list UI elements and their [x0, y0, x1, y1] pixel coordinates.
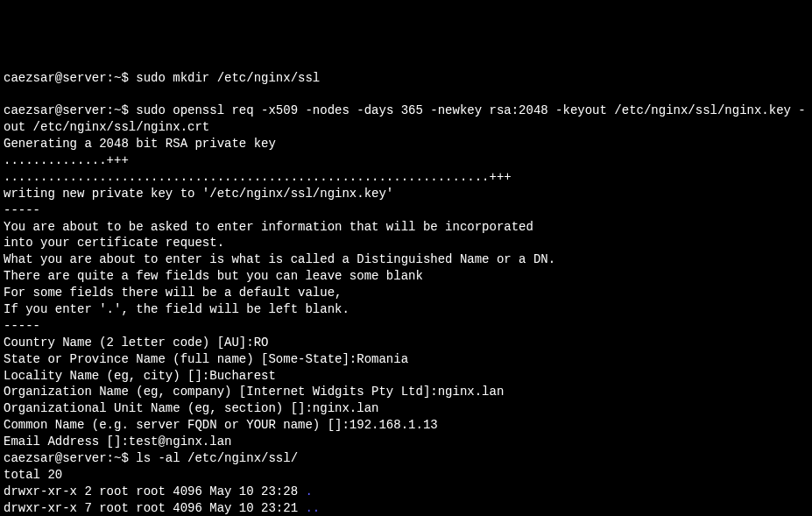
ls-row-perms: drwxr-xr-x 2 root root 4096 May 10 23:28 [4, 484, 305, 498]
ls-row-perms: drwxr-xr-x 7 root root 4096 May 10 23:21 [4, 501, 305, 515]
ls-row: drwxr-xr-x 2 root root 4096 May 10 23:28… [4, 484, 808, 500]
output-line: State or Province Name (full name) [Some… [4, 351, 808, 368]
output-line: Locality Name (eg, city) []:Bucharest [4, 368, 808, 385]
output-line: ----- [4, 318, 808, 335]
terminal-line: caezsar@server:~$ sudo mkdir /etc/nginx/… [4, 70, 808, 87]
shell-prompt: caezsar@server:~$ [4, 103, 136, 117]
ls-row: drwxr-xr-x 7 root root 4096 May 10 23:21… [4, 500, 808, 516]
output-line: ........................................… [4, 169, 808, 186]
output-line: If you enter '.', the field will be left… [4, 301, 808, 318]
output-line: ..............+++ [4, 152, 808, 169]
output-line: You are about to be asked to enter infor… [4, 219, 808, 236]
shell-prompt: caezsar@server:~$ [4, 71, 136, 85]
output-line: Generating a 2048 bit RSA private key [4, 136, 808, 152]
output-line: Email Address []:test@nginx.lan [4, 434, 808, 450]
terminal-line: caezsar@server:~$ ls -al /etc/nginx/ssl/ [4, 450, 808, 467]
output-line: total 20 [4, 467, 808, 484]
output-line: ----- [4, 202, 808, 219]
output-line: There are quite a few fields but you can… [4, 268, 808, 285]
blank-line [4, 86, 808, 102]
output-line: writing new private key to '/etc/nginx/s… [4, 186, 808, 202]
terminal-line: caezsar@server:~$ sudo openssl req -x509… [4, 102, 808, 136]
command-text: sudo mkdir /etc/nginx/ssl [136, 71, 320, 85]
command-text: ls -al /etc/nginx/ssl/ [136, 451, 298, 465]
dir-name: . [305, 484, 312, 498]
dir-name: .. [305, 501, 320, 515]
output-line: Common Name (e.g. server FQDN or YOUR na… [4, 417, 808, 434]
output-line: Country Name (2 letter code) [AU]:RO [4, 335, 808, 351]
output-line: into your certificate request. [4, 235, 808, 251]
shell-prompt: caezsar@server:~$ [4, 451, 136, 465]
output-line: Organizational Unit Name (eg, section) [… [4, 400, 808, 417]
terminal-window[interactable]: caezsar@server:~$ sudo mkdir /etc/nginx/… [4, 70, 808, 516]
output-line: For some fields there will be a default … [4, 285, 808, 301]
output-line: What you are about to enter is what is c… [4, 251, 808, 268]
output-line: Organization Name (eg, company) [Interne… [4, 384, 808, 400]
